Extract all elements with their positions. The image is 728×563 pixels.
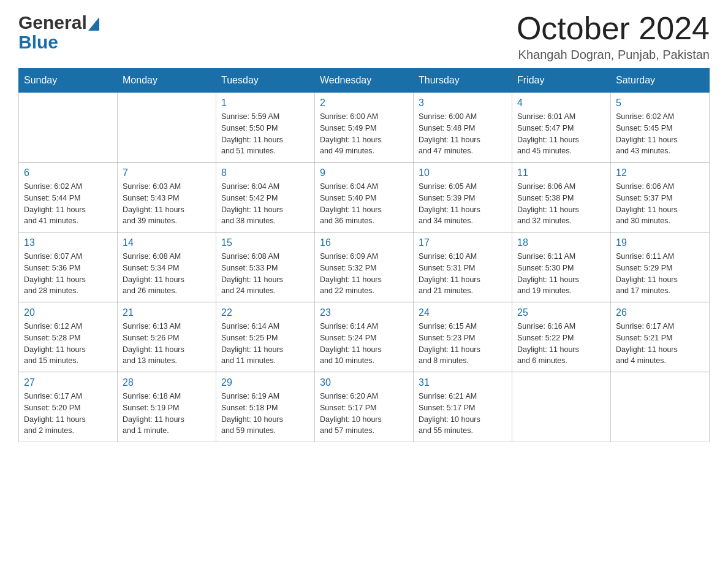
day-info: Sunrise: 6:06 AMSunset: 5:37 PMDaylight:…: [616, 181, 704, 227]
day-info: Sunrise: 6:01 AMSunset: 5:47 PMDaylight:…: [517, 111, 605, 157]
day-number: 27: [24, 377, 112, 388]
calendar-week-2: 6Sunrise: 6:02 AMSunset: 5:44 PMDaylight…: [19, 163, 710, 232]
day-number: 13: [24, 237, 112, 248]
logo: General Blue: [18, 12, 99, 53]
logo-general-text: General: [18, 12, 87, 33]
calendar-cell: 1Sunrise: 5:59 AMSunset: 5:50 PMDaylight…: [216, 93, 315, 163]
calendar-cell: [512, 372, 611, 442]
day-info: Sunrise: 6:11 AMSunset: 5:30 PMDaylight:…: [517, 251, 605, 297]
title-section: October 2024 Khangah Dogran, Punjab, Pak…: [517, 12, 710, 62]
calendar-cell: 30Sunrise: 6:20 AMSunset: 5:17 PMDayligh…: [315, 372, 414, 442]
day-number: 12: [616, 167, 704, 178]
day-header-friday: Friday: [512, 69, 611, 93]
day-number: 17: [419, 237, 507, 248]
calendar-cell: 10Sunrise: 6:05 AMSunset: 5:39 PMDayligh…: [414, 163, 512, 232]
day-number: 9: [320, 167, 408, 178]
day-number: 6: [24, 167, 112, 178]
calendar-cell: 14Sunrise: 6:08 AMSunset: 5:34 PMDayligh…: [118, 232, 216, 302]
calendar-cell: 17Sunrise: 6:10 AMSunset: 5:31 PMDayligh…: [414, 232, 512, 302]
day-info: Sunrise: 6:04 AMSunset: 5:42 PMDaylight:…: [221, 181, 309, 227]
day-header-wednesday: Wednesday: [315, 69, 414, 93]
day-number: 24: [419, 307, 507, 318]
calendar-cell: 27Sunrise: 6:17 AMSunset: 5:20 PMDayligh…: [19, 372, 118, 442]
day-number: 19: [616, 237, 704, 248]
calendar-cell: 18Sunrise: 6:11 AMSunset: 5:30 PMDayligh…: [512, 232, 611, 302]
calendar-cell: 2Sunrise: 6:00 AMSunset: 5:49 PMDaylight…: [315, 93, 414, 163]
calendar-cell: 29Sunrise: 6:19 AMSunset: 5:18 PMDayligh…: [216, 372, 315, 442]
location-text: Khangah Dogran, Punjab, Pakistan: [517, 48, 710, 62]
day-info: Sunrise: 6:16 AMSunset: 5:22 PMDaylight:…: [517, 321, 605, 367]
calendar-table: SundayMondayTuesdayWednesdayThursdayFrid…: [18, 68, 710, 442]
calendar-cell: 3Sunrise: 6:00 AMSunset: 5:48 PMDaylight…: [414, 93, 512, 163]
calendar-week-4: 20Sunrise: 6:12 AMSunset: 5:28 PMDayligh…: [19, 302, 710, 372]
day-number: 25: [517, 307, 605, 318]
calendar-cell: 26Sunrise: 6:17 AMSunset: 5:21 PMDayligh…: [611, 302, 710, 372]
day-info: Sunrise: 6:03 AMSunset: 5:43 PMDaylight:…: [123, 181, 211, 227]
day-number: 30: [320, 377, 408, 388]
day-header-saturday: Saturday: [611, 69, 710, 93]
day-info: Sunrise: 6:08 AMSunset: 5:34 PMDaylight:…: [123, 251, 211, 297]
day-info: Sunrise: 6:04 AMSunset: 5:40 PMDaylight:…: [320, 181, 408, 227]
day-number: 22: [221, 307, 309, 318]
calendar-cell: 24Sunrise: 6:15 AMSunset: 5:23 PMDayligh…: [414, 302, 512, 372]
day-info: Sunrise: 6:15 AMSunset: 5:23 PMDaylight:…: [419, 321, 507, 367]
calendar-cell: 25Sunrise: 6:16 AMSunset: 5:22 PMDayligh…: [512, 302, 611, 372]
day-number: 28: [123, 377, 211, 388]
day-number: 8: [221, 167, 309, 178]
day-header-sunday: Sunday: [19, 69, 118, 93]
day-number: 5: [616, 98, 704, 109]
calendar-header-row: SundayMondayTuesdayWednesdayThursdayFrid…: [19, 69, 710, 93]
calendar-cell: 16Sunrise: 6:09 AMSunset: 5:32 PMDayligh…: [315, 232, 414, 302]
calendar-cell: 31Sunrise: 6:21 AMSunset: 5:17 PMDayligh…: [414, 372, 512, 442]
calendar-cell: 12Sunrise: 6:06 AMSunset: 5:37 PMDayligh…: [611, 163, 710, 232]
day-number: 20: [24, 307, 112, 318]
day-info: Sunrise: 6:13 AMSunset: 5:26 PMDaylight:…: [123, 321, 211, 367]
day-number: 23: [320, 307, 408, 318]
day-info: Sunrise: 6:09 AMSunset: 5:32 PMDaylight:…: [320, 251, 408, 297]
day-info: Sunrise: 6:12 AMSunset: 5:28 PMDaylight:…: [24, 321, 112, 367]
calendar-cell: 13Sunrise: 6:07 AMSunset: 5:36 PMDayligh…: [19, 232, 118, 302]
logo-blue-text: Blue: [18, 32, 58, 53]
day-info: Sunrise: 6:17 AMSunset: 5:20 PMDaylight:…: [24, 391, 112, 437]
calendar-cell: 7Sunrise: 6:03 AMSunset: 5:43 PMDaylight…: [118, 163, 216, 232]
day-info: Sunrise: 6:00 AMSunset: 5:48 PMDaylight:…: [419, 111, 507, 157]
day-number: 2: [320, 98, 408, 109]
calendar-cell: 23Sunrise: 6:14 AMSunset: 5:24 PMDayligh…: [315, 302, 414, 372]
calendar-cell: 28Sunrise: 6:18 AMSunset: 5:19 PMDayligh…: [118, 372, 216, 442]
calendar-week-5: 27Sunrise: 6:17 AMSunset: 5:20 PMDayligh…: [19, 372, 710, 442]
day-number: 14: [123, 237, 211, 248]
day-info: Sunrise: 6:02 AMSunset: 5:45 PMDaylight:…: [616, 111, 704, 157]
day-number: 15: [221, 237, 309, 248]
day-number: 18: [517, 237, 605, 248]
calendar-cell: [611, 372, 710, 442]
day-info: Sunrise: 6:14 AMSunset: 5:24 PMDaylight:…: [320, 321, 408, 367]
calendar-cell: [19, 93, 118, 163]
day-number: 29: [221, 377, 309, 388]
day-number: 1: [221, 98, 309, 109]
day-info: Sunrise: 6:08 AMSunset: 5:33 PMDaylight:…: [221, 251, 309, 297]
day-info: Sunrise: 6:18 AMSunset: 5:19 PMDaylight:…: [123, 391, 211, 437]
day-number: 31: [419, 377, 507, 388]
calendar-cell: 21Sunrise: 6:13 AMSunset: 5:26 PMDayligh…: [118, 302, 216, 372]
day-info: Sunrise: 6:06 AMSunset: 5:38 PMDaylight:…: [517, 181, 605, 227]
day-info: Sunrise: 6:10 AMSunset: 5:31 PMDaylight:…: [419, 251, 507, 297]
calendar-cell: 9Sunrise: 6:04 AMSunset: 5:40 PMDaylight…: [315, 163, 414, 232]
calendar-cell: 20Sunrise: 6:12 AMSunset: 5:28 PMDayligh…: [19, 302, 118, 372]
day-number: 4: [517, 98, 605, 109]
day-info: Sunrise: 6:11 AMSunset: 5:29 PMDaylight:…: [616, 251, 704, 297]
day-info: Sunrise: 6:20 AMSunset: 5:17 PMDaylight:…: [320, 391, 408, 437]
calendar-cell: 4Sunrise: 6:01 AMSunset: 5:47 PMDaylight…: [512, 93, 611, 163]
day-info: Sunrise: 6:07 AMSunset: 5:36 PMDaylight:…: [24, 251, 112, 297]
calendar-week-1: 1Sunrise: 5:59 AMSunset: 5:50 PMDaylight…: [19, 93, 710, 163]
day-number: 7: [123, 167, 211, 178]
day-header-monday: Monday: [118, 69, 216, 93]
calendar-cell: 15Sunrise: 6:08 AMSunset: 5:33 PMDayligh…: [216, 232, 315, 302]
calendar-cell: 11Sunrise: 6:06 AMSunset: 5:38 PMDayligh…: [512, 163, 611, 232]
day-info: Sunrise: 6:00 AMSunset: 5:49 PMDaylight:…: [320, 111, 408, 157]
day-info: Sunrise: 6:17 AMSunset: 5:21 PMDaylight:…: [616, 321, 704, 367]
calendar-week-3: 13Sunrise: 6:07 AMSunset: 5:36 PMDayligh…: [19, 232, 710, 302]
day-info: Sunrise: 6:19 AMSunset: 5:18 PMDaylight:…: [221, 391, 309, 437]
day-info: Sunrise: 6:21 AMSunset: 5:17 PMDaylight:…: [419, 391, 507, 437]
calendar-cell: 8Sunrise: 6:04 AMSunset: 5:42 PMDaylight…: [216, 163, 315, 232]
calendar-cell: 6Sunrise: 6:02 AMSunset: 5:44 PMDaylight…: [19, 163, 118, 232]
